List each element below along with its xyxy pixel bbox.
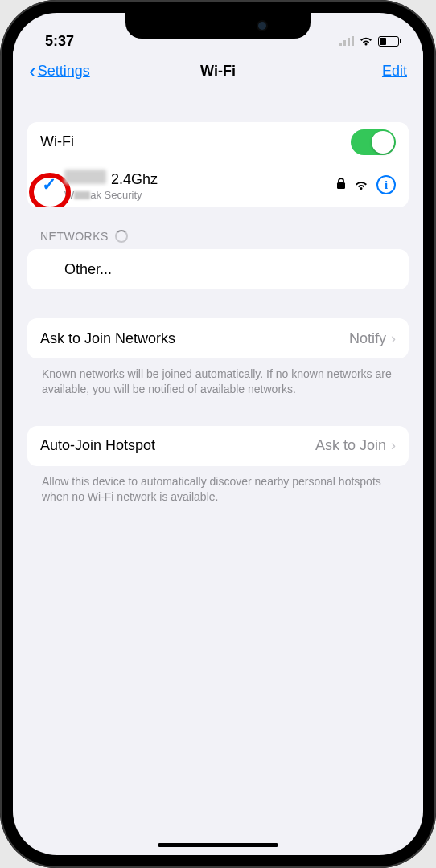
chevron-right-icon: › [391,330,396,347]
network-sub-suffix: ak Security [90,189,142,201]
wifi-icon [359,33,373,50]
networks-header: NETWORKS [40,230,409,243]
ask-to-join-footer: Known networks will be joined automatica… [27,358,409,397]
chevron-right-icon: › [391,437,396,454]
auto-join-hotspot-row[interactable]: Auto-Join Hotspot Ask to Join › [27,426,409,466]
other-network-row[interactable]: Other... [27,249,409,289]
edit-button[interactable]: Edit [382,63,407,80]
battery-icon [378,36,399,47]
cellular-icon [339,33,354,50]
notch [125,13,311,39]
ask-to-join-row[interactable]: Ask to Join Networks Notify › [27,318,409,358]
nav-bar: ‹ Settings Wi-Fi Edit [13,51,423,90]
svg-rect-3 [352,36,354,46]
back-button[interactable]: ‹ Settings [29,59,90,84]
connected-network-row[interactable]: ✓ 2.4Ghz Wak Security [27,162,409,207]
checkmark-icon: ✓ [42,174,56,195]
chevron-left-icon: ‹ [29,59,36,84]
phone-frame: 5:37 ‹ Settings Wi-Fi Edit Wi [0,0,436,868]
svg-rect-1 [343,40,346,46]
network-name-redacted [64,170,106,184]
spinner-icon [115,230,128,243]
auto-join-hotspot-footer: Allow this device to automatically disco… [27,466,409,505]
svg-rect-2 [348,38,350,46]
auto-join-hotspot-label: Auto-Join Hotspot [40,437,315,454]
svg-rect-4 [337,182,345,189]
wifi-strength-icon [354,178,368,192]
ask-to-join-value: Notify [349,330,386,347]
status-time: 5:37 [45,33,74,50]
lock-icon [336,178,346,192]
wifi-toggle-row: Wi-Fi [27,122,409,162]
wifi-toggle-label: Wi-Fi [40,133,351,150]
back-label: Settings [38,63,90,80]
wifi-toggle[interactable] [351,129,396,155]
info-icon[interactable]: i [376,175,396,194]
ask-to-join-label: Ask to Join Networks [40,330,349,347]
auto-join-hotspot-value: Ask to Join [315,437,386,454]
other-label: Other... [64,261,396,278]
network-sub-prefix: W [64,189,74,201]
network-name-suffix: 2.4Ghz [111,171,158,188]
home-indicator[interactable] [158,843,278,847]
svg-rect-0 [339,43,342,46]
